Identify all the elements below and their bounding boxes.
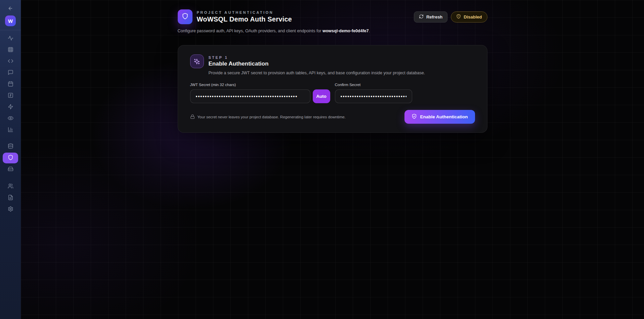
jwt-secret-field-group: JWT Secret (min 32 chars) Auto [190, 83, 330, 103]
database-icon [8, 143, 13, 150]
sidebar-item-settings[interactable] [3, 204, 18, 215]
page-header: PROJECT AUTHENTICATION WoWSQL Demo Auth … [178, 9, 487, 24]
users-icon [8, 183, 13, 190]
header-actions: Refresh Disabled [414, 11, 487, 23]
table-icon [8, 47, 13, 54]
project-id: wowsql-demo-fe0d4fe7 [323, 29, 369, 33]
secret-fields: JWT Secret (min 32 chars) Auto Confirm S… [190, 83, 475, 103]
shield-icon [8, 155, 13, 162]
app-logo[interactable]: W [5, 15, 16, 26]
sidebar-item-database[interactable] [3, 141, 18, 152]
refresh-label: Refresh [426, 14, 442, 19]
card-titles: STEP 1 Enable Authentication [209, 55, 269, 67]
calendar-icon [8, 81, 13, 88]
card-footer: Your secret never leaves your project da… [190, 110, 475, 124]
sidebar-item-schedules[interactable] [3, 79, 18, 90]
jwt-secret-label: JWT Secret (min 32 chars) [190, 83, 330, 87]
project-auth-icon [178, 9, 192, 24]
sidebar-item-tables[interactable] [3, 44, 18, 56]
shield-check-icon [412, 114, 417, 120]
sparkles-icon [190, 54, 204, 68]
main-area: PROJECT AUTHENTICATION WoWSQL Demo Auth … [21, 0, 644, 319]
status-label: Disabled [464, 14, 482, 19]
message-square-icon [8, 70, 13, 77]
sidebar-item-realtime[interactable] [3, 113, 18, 124]
hard-drive-icon [8, 166, 13, 173]
sidebar-item-edge[interactable] [3, 102, 18, 113]
sidebar-item-sql-editor[interactable] [3, 56, 18, 67]
jwt-secret-input[interactable] [190, 89, 310, 103]
app-root: W [0, 0, 644, 319]
enable-authentication-label: Enable Authentication [420, 114, 468, 119]
secret-note: Your secret never leaves your project da… [190, 114, 346, 120]
bar-chart-icon [8, 127, 13, 134]
confirm-secret-input[interactable] [335, 89, 412, 103]
card-header: STEP 1 Enable Authentication [190, 54, 475, 68]
back-button[interactable] [6, 5, 14, 13]
activity-icon [8, 35, 13, 42]
jwt-secret-row: Auto [190, 89, 330, 103]
settings-icon [8, 206, 13, 213]
function-square-icon [8, 92, 13, 99]
step-eyebrow: STEP 1 [209, 55, 269, 59]
enable-authentication-button[interactable]: Enable Authentication [404, 110, 475, 124]
auto-generate-button[interactable]: Auto [313, 89, 330, 103]
content-column: PROJECT AUTHENTICATION WoWSQL Demo Auth … [178, 0, 487, 133]
sidebar-nav [3, 30, 18, 215]
arrow-left-icon [8, 6, 13, 12]
shield-icon [182, 13, 188, 21]
secret-note-text: Your secret never leaves your project da… [198, 115, 346, 119]
sidebar-item-functions[interactable] [3, 90, 18, 102]
sidebar-item-chat[interactable] [3, 67, 18, 79]
code-icon [8, 58, 13, 65]
sidebar-item-users[interactable] [3, 181, 18, 192]
refresh-button[interactable]: Refresh [414, 11, 447, 23]
sidebar-item-analytics[interactable] [3, 124, 18, 136]
file-text-icon [8, 195, 13, 202]
refresh-icon [419, 14, 424, 20]
page-subtitle: Configure password auth, API keys, OAuth… [178, 29, 487, 33]
card-description: Provide a secure JWT secret to provision… [209, 71, 475, 75]
shield-alert-icon [456, 14, 461, 20]
card-title: Enable Authentication [209, 61, 269, 67]
sidebar-item-authentication[interactable] [3, 153, 18, 163]
sidebar-item-activity[interactable] [3, 33, 18, 44]
confirm-secret-label: Confirm Secret [335, 83, 475, 87]
status-badge[interactable]: Disabled [451, 11, 487, 23]
zap-icon [8, 104, 13, 111]
enable-auth-card: STEP 1 Enable Authentication Provide a s… [178, 45, 487, 133]
sidebar-item-storage[interactable] [3, 164, 18, 175]
page-eyebrow: PROJECT AUTHENTICATION [197, 10, 292, 14]
lock-icon [190, 114, 195, 120]
sidebar-item-docs[interactable] [3, 192, 18, 204]
eye-icon [8, 115, 13, 122]
page-title: WoWSQL Demo Auth Service [197, 15, 292, 23]
header-titles: PROJECT AUTHENTICATION WoWSQL Demo Auth … [197, 10, 292, 23]
confirm-secret-field-group: Confirm Secret [335, 83, 475, 103]
sidebar: W [0, 0, 21, 319]
